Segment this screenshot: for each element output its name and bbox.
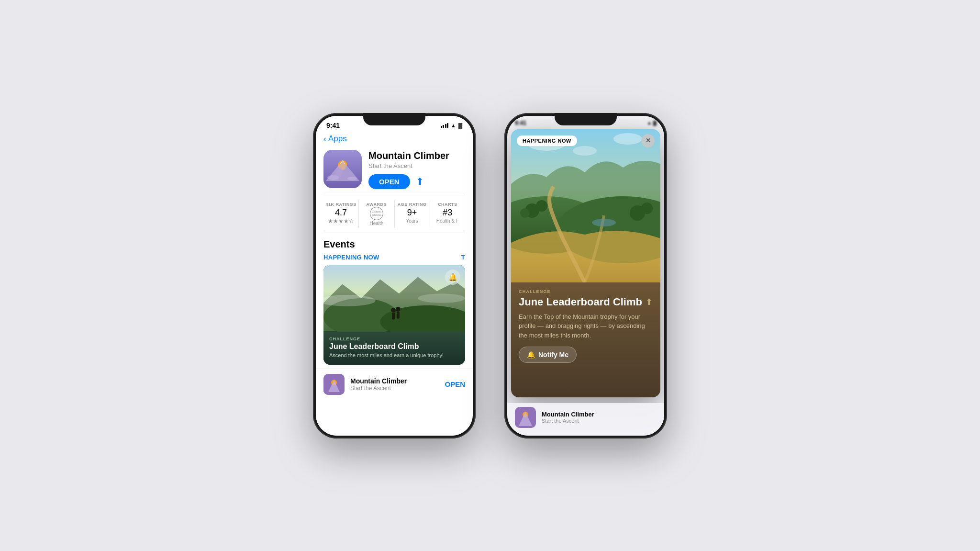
status-icons-left: ▲ ▓ xyxy=(441,123,462,128)
modal-event-desc: Earn the Top of the Mountain trophy for … xyxy=(519,312,653,340)
left-phone: 9:41 ▲ ▓ ‹ xyxy=(313,113,476,439)
notch-right xyxy=(555,113,617,125)
open-button[interactable]: OPEN xyxy=(368,174,410,189)
notch xyxy=(363,113,425,125)
svg-point-29 xyxy=(520,208,530,218)
back-arrow-icon-left: ‹ xyxy=(323,134,326,144)
svg-point-31 xyxy=(641,202,653,214)
stat-sub-age: Years xyxy=(395,218,430,224)
app-icon xyxy=(323,150,362,188)
svg-rect-15 xyxy=(397,311,400,318)
appstore-screen: ‹ Apps xyxy=(316,131,473,436)
battery-icon-left: ▓ xyxy=(458,123,462,128)
event-card[interactable]: 🔔 CHALLENGE June Leaderboard Climb Ascen… xyxy=(323,265,465,365)
right-bottom-app-info: Mountain Climber Start the Ascent xyxy=(542,411,594,424)
stat-value-charts: #3 xyxy=(430,208,465,218)
event-desc: Ascend the most miles and earn a unique … xyxy=(329,352,459,359)
nav-back-left[interactable]: ‹ Apps xyxy=(316,131,473,146)
right-bottom-bar: Mountain Climber Start the Ascent xyxy=(507,403,664,436)
svg-rect-13 xyxy=(392,312,395,319)
stat-awards: AWARDS Editors'Choice Health xyxy=(359,200,394,228)
event-type: CHALLENGE xyxy=(329,337,459,341)
see-all-link[interactable]: T xyxy=(461,254,465,261)
right-bottom-app-subtitle: Start the Ascent xyxy=(542,418,594,424)
small-app-icon xyxy=(323,374,345,395)
close-modal-button[interactable]: ✕ xyxy=(641,134,655,147)
stat-stars: ★★★★☆ xyxy=(323,218,358,225)
scene: 9:41 ▲ ▓ ‹ xyxy=(294,94,686,458)
event-image: 🔔 xyxy=(323,265,465,332)
svg-point-32 xyxy=(592,219,616,226)
events-section: Events HAPPENING NOW T xyxy=(316,233,473,369)
svg-point-14 xyxy=(396,306,401,311)
notify-bell-icon: 🔔 xyxy=(527,351,535,359)
modal-event-type: CHALLENGE xyxy=(519,289,653,294)
modal-event-title: June Leaderboard Climb xyxy=(519,296,646,308)
stat-label-ratings: 41K RATINGS xyxy=(323,202,358,207)
event-modal[interactable]: HAPPENING NOW ✕ CHALLENGE June Leaderboa… xyxy=(511,129,660,397)
svg-point-12 xyxy=(391,307,396,312)
notify-me-button[interactable]: 🔔 Notify Me xyxy=(519,347,577,363)
right-bottom-app-name: Mountain Climber xyxy=(542,411,594,418)
status-time-right: 9:41 xyxy=(515,120,526,126)
right-small-app-icon xyxy=(515,407,536,428)
signal-icon-left xyxy=(441,123,449,128)
stat-sub-awards: Health xyxy=(369,221,383,226)
stat-value-ratings: 4.7 xyxy=(323,208,358,218)
right-phone: 9:41 ▲ ▓ ‹ Apps Mountain Climber xyxy=(504,113,667,439)
bottom-app-name: Mountain Climber xyxy=(350,377,439,385)
modal-event-row: June Leaderboard Climb ⬆ xyxy=(519,296,653,308)
status-icons-right: ▲ ▓ xyxy=(647,120,657,125)
bottom-app-info: Mountain Climber Start the Ascent xyxy=(350,377,439,392)
svg-point-17 xyxy=(418,293,465,303)
event-title: June Leaderboard Climb xyxy=(329,342,459,351)
svg-point-7 xyxy=(347,177,357,180)
share-button[interactable]: ⬆ xyxy=(416,176,424,187)
happening-now-tag: HAPPENING NOW xyxy=(517,135,577,146)
bottom-app-subtitle: Start the Ascent xyxy=(350,385,439,392)
modal-share-button[interactable]: ⬆ xyxy=(646,297,653,307)
stat-value-age: 9+ xyxy=(395,208,430,218)
notify-me-label: Notify Me xyxy=(538,351,568,359)
stat-age: AGE RATING 9+ Years xyxy=(395,200,430,228)
bell-icon[interactable]: 🔔 xyxy=(445,270,460,285)
stat-ratings: 41K RATINGS 4.7 ★★★★☆ xyxy=(323,200,359,228)
stat-label-charts: CHARTS xyxy=(430,202,465,207)
happening-now-label: HAPPENING NOW T xyxy=(323,254,465,261)
modal-header-bar: HAPPENING NOW ✕ xyxy=(511,129,660,152)
svg-point-6 xyxy=(327,175,339,180)
stat-charts: CHARTS #3 Health & F xyxy=(430,200,465,228)
status-time-left: 9:41 xyxy=(326,122,340,129)
app-name: Mountain Climber xyxy=(368,150,465,161)
event-info: CHALLENGE June Leaderboard Climb Ascend … xyxy=(323,332,465,365)
app-subtitle: Start the Ascent xyxy=(368,162,465,169)
bottom-app-row: Mountain Climber Start the Ascent OPEN xyxy=(316,369,473,400)
app-actions: OPEN ⬆ xyxy=(368,174,465,189)
right-screen: 9:41 ▲ ▓ ‹ Apps Mountain Climber xyxy=(507,116,664,436)
stat-label-age: AGE RATING xyxy=(395,202,430,207)
wifi-icon-left: ▲ xyxy=(451,123,456,128)
stats-row: 41K RATINGS 4.7 ★★★★☆ AWARDS Editors'Cho… xyxy=(316,195,473,233)
modal-body: CHALLENGE June Leaderboard Climb ⬆ Earn … xyxy=(511,282,660,397)
back-label-left: Apps xyxy=(328,134,347,144)
events-title: Events xyxy=(323,239,465,250)
app-info: Mountain Climber Start the Ascent OPEN ⬆ xyxy=(368,150,465,189)
bottom-open-button[interactable]: OPEN xyxy=(445,380,465,388)
stat-sub-charts: Health & F xyxy=(430,218,465,224)
svg-point-28 xyxy=(536,200,547,212)
award-circle: Editors'Choice xyxy=(370,207,383,220)
stat-label-awards: AWARDS xyxy=(367,202,387,207)
happening-now-text: HAPPENING NOW xyxy=(323,254,379,261)
modal-image: HAPPENING NOW ✕ xyxy=(511,129,660,282)
app-header: Mountain Climber Start the Ascent OPEN ⬆ xyxy=(316,146,473,195)
